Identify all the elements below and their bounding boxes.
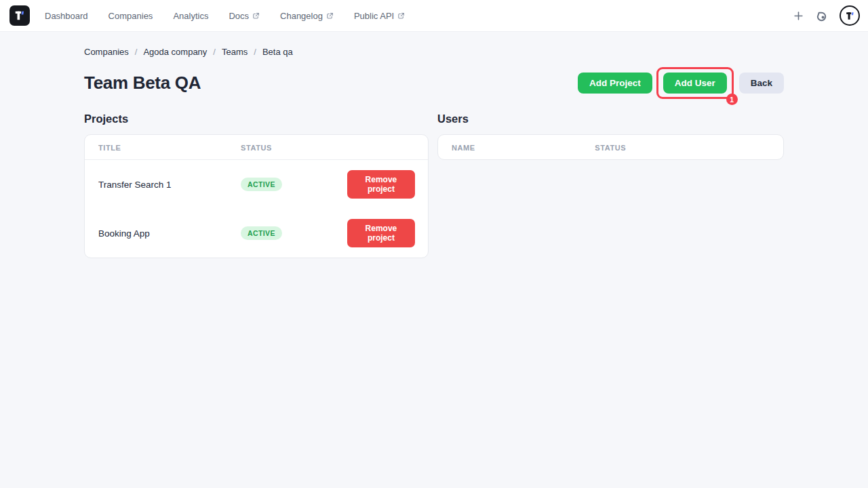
nav-label: Companies (108, 11, 153, 21)
feed-icon[interactable] (815, 9, 828, 22)
annotation-highlight-box: Add User 1 (656, 67, 734, 99)
projects-header-row: TITLE STATUS (85, 135, 428, 160)
projects-section: Projects TITLE STATUS Transfer Search 1 (84, 113, 429, 258)
external-link-icon (397, 12, 405, 20)
project-row: Transfer Search 1 ACTIVE Remove project (85, 160, 428, 209)
breadcrumb-separator: / (254, 47, 256, 57)
top-navbar: Dashboard Companies Analytics Docs Chang… (0, 0, 868, 32)
breadcrumb-teams[interactable]: Teams (222, 47, 248, 57)
users-card: NAME STATUS (437, 134, 784, 160)
users-heading: Users (437, 113, 784, 125)
page-actions: Add Project Add User 1 Back (578, 67, 784, 99)
external-link-icon (326, 12, 334, 20)
nav-item-changelog[interactable]: Changelog (280, 11, 334, 21)
status-badge: ACTIVE (241, 178, 282, 191)
external-link-icon (252, 12, 260, 20)
project-status-cell: ACTIVE (227, 160, 334, 209)
nav-label: Public API (354, 11, 394, 21)
page-header: Team Beta QA Add Project Add User 1 Back (84, 67, 784, 99)
main-nav: Dashboard Companies Analytics Docs Chang… (45, 11, 405, 21)
navbar-right (793, 5, 860, 26)
nav-item-dashboard[interactable]: Dashboard (45, 11, 88, 21)
status-badge: ACTIVE (241, 226, 282, 240)
breadcrumb-current-team: Beta qa (262, 47, 293, 57)
remove-project-button[interactable]: Remove project (347, 219, 415, 247)
users-col-status: STATUS (581, 135, 783, 159)
nav-item-docs[interactable]: Docs (229, 11, 260, 21)
breadcrumb-separator: / (135, 47, 138, 57)
add-project-button[interactable]: Add Project (578, 73, 652, 94)
breadcrumb-companies[interactable]: Companies (84, 47, 129, 57)
breadcrumb-company[interactable]: Agoda company (143, 47, 207, 57)
project-action-cell: Remove project (334, 160, 428, 209)
content-columns: Projects TITLE STATUS Transfer Search 1 (84, 113, 784, 258)
breadcrumb-separator: / (213, 47, 216, 57)
projects-col-actions (334, 135, 428, 160)
annotation-step-badge: 1 (726, 94, 738, 105)
projects-table: TITLE STATUS Transfer Search 1 ACTIVE (85, 135, 428, 258)
projects-heading: Projects (84, 113, 429, 125)
project-title: Booking App (85, 209, 227, 258)
nav-label: Docs (229, 11, 249, 21)
project-title: Transfer Search 1 (85, 160, 227, 209)
nav-item-companies[interactable]: Companies (108, 11, 153, 21)
user-avatar[interactable] (840, 5, 860, 26)
brand-t-icon (13, 9, 26, 22)
users-col-name: NAME (438, 135, 581, 159)
breadcrumb: Companies / Agoda company / Teams / Beta… (84, 47, 784, 57)
users-table: NAME STATUS (438, 135, 783, 159)
page-title: Team Beta QA (84, 73, 201, 94)
projects-col-status: STATUS (227, 135, 334, 160)
users-section: Users NAME STATUS (437, 113, 784, 258)
project-row: Booking App ACTIVE Remove project (85, 209, 428, 258)
remove-project-button[interactable]: Remove project (347, 170, 415, 199)
plus-icon[interactable] (793, 11, 804, 21)
nav-label: Changelog (280, 11, 323, 21)
users-header-row: NAME STATUS (438, 135, 783, 159)
project-status-cell: ACTIVE (227, 209, 334, 258)
projects-col-title: TITLE (85, 135, 227, 160)
back-button[interactable]: Back (739, 73, 784, 94)
nav-item-analytics[interactable]: Analytics (173, 11, 208, 21)
nav-label: Dashboard (45, 11, 88, 21)
add-user-button[interactable]: Add User (663, 73, 727, 94)
project-action-cell: Remove project (334, 209, 428, 258)
nav-item-public-api[interactable]: Public API (354, 11, 405, 21)
avatar-t-icon (844, 10, 856, 22)
nav-label: Analytics (173, 11, 208, 21)
page-content: Companies / Agoda company / Teams / Beta… (84, 47, 784, 258)
projects-card: TITLE STATUS Transfer Search 1 ACTIVE (84, 134, 429, 258)
app-logo[interactable] (9, 5, 30, 26)
